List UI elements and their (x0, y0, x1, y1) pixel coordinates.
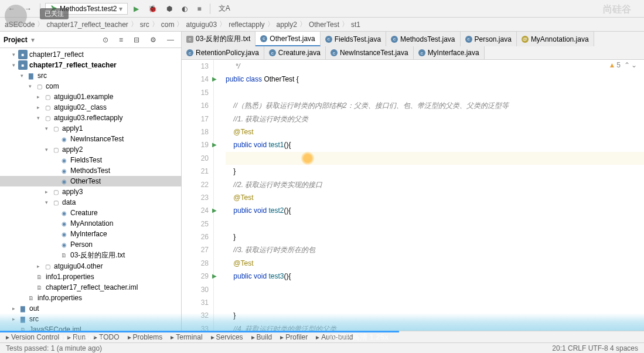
editor-tab[interactable]: c03-反射的应用.txt (182, 32, 255, 46)
tree-item[interactable]: ◉OtherTest (0, 176, 181, 186)
code-line[interactable] (226, 218, 644, 230)
tree-item[interactable]: ▸▢atguigu01.example (0, 91, 181, 102)
code-line[interactable]: } (226, 165, 644, 178)
line-gutter[interactable]: 1314▶1516171819▶2021222324▶2526272829▶30… (182, 60, 214, 331)
code-line[interactable]: @Test (226, 125, 644, 138)
tree-item[interactable]: 🗎info.properties (0, 293, 181, 303)
editor-tab[interactable]: cMyInterface.java (414, 46, 485, 59)
breadcrumb-segment[interactable]: com (161, 21, 175, 29)
code-line[interactable] (226, 152, 644, 165)
bottom-tool-run[interactable]: ▸Run (67, 333, 86, 341)
channel-logo[interactable] (5, 5, 27, 27)
tree-arrow-icon[interactable]: ▾ (11, 62, 16, 68)
bottom-tool-services[interactable]: ▸Services (211, 333, 243, 341)
tree-item[interactable]: ▾▢atguigu03.reflectapply (0, 113, 181, 123)
pip-play-widget[interactable] (594, 283, 635, 312)
editor-tab[interactable]: cFieldsTest.java (321, 32, 386, 46)
tree-item[interactable]: ▸▢apply3 (0, 186, 181, 197)
hide-icon[interactable]: — (163, 35, 178, 45)
editor-tab[interactable]: cCreature.java (264, 46, 326, 59)
tree-arrow-icon[interactable]: ▸ (35, 263, 41, 269)
code-line[interactable]: //（熟悉）获取运行时类的内部结构2：父类、接口们、包、带泛型的父类、父类的泛型… (226, 99, 644, 112)
code-line[interactable]: } (226, 230, 644, 243)
bottom-tool-terminal[interactable]: ▸Terminal (171, 333, 202, 341)
debug-button[interactable]: 🐞 (145, 4, 161, 14)
bottom-tool-build[interactable]: ▸Build (251, 333, 272, 341)
bottom-tool-problems[interactable]: ▸Problems (128, 333, 163, 341)
tree-arrow-icon[interactable]: ▸ (43, 189, 49, 195)
breadcrumb-segment[interactable]: st1 (351, 21, 360, 29)
code-line[interactable]: public void test1(){ (226, 138, 644, 151)
code-line[interactable]: //3. 获取运行时类所在的包 (226, 243, 644, 256)
translate-button[interactable]: 文A (215, 2, 234, 15)
tree-item[interactable]: ◉Person (0, 239, 181, 250)
bottom-tool-auto-build[interactable]: ▸Auto-build (316, 333, 353, 341)
gear-icon[interactable]: ⚙ (146, 35, 160, 45)
stop-button[interactable]: ■ (193, 4, 205, 14)
editor-tab[interactable]: cMethodsTest.java (386, 32, 460, 46)
expand-icon[interactable]: ≡ (115, 35, 127, 45)
breadcrumb-segment[interactable]: OtherTest (309, 21, 339, 29)
code-editor[interactable]: ▲ 5 ⌃ ⌄ 1314▶1516171819▶2021222324▶25262… (182, 60, 644, 331)
run-button[interactable]: ▶ (130, 4, 142, 14)
tree-arrow-icon[interactable]: ▾ (43, 125, 49, 131)
code-line[interactable]: } (226, 309, 644, 322)
tree-item[interactable]: ▾▢com (0, 81, 181, 91)
tree-item[interactable]: ▾■chapter17_reflect (0, 49, 181, 60)
tree-arrow-icon[interactable]: ▸ (11, 306, 16, 311)
profile-button[interactable]: ◐ (178, 4, 191, 14)
tree-arrow-icon[interactable]: ▾ (27, 83, 33, 89)
bottom-tool-todo[interactable]: ▸TODO (94, 333, 119, 341)
tree-item[interactable]: ◉MethodsTest (0, 165, 181, 176)
code-line[interactable] (226, 296, 644, 309)
select-opened-icon[interactable]: ⊙ (99, 35, 112, 45)
tree-item[interactable]: ▸▇src (0, 314, 181, 324)
code-line[interactable]: //2. 获取运行时类实现的接口 (226, 178, 644, 191)
collapse-icon[interactable]: ⊟ (130, 35, 143, 45)
bottom-tool-version-control[interactable]: ▸Version Control (6, 333, 59, 341)
breadcrumb-segment[interactable]: src (140, 21, 149, 29)
tree-item[interactable]: 🗎info1.properties (0, 271, 181, 282)
tree-item[interactable]: ◉FieldsTest (0, 155, 181, 165)
tree-arrow-icon[interactable]: ▾ (19, 73, 25, 79)
breadcrumb-segment[interactable]: atguigu03 (186, 21, 217, 29)
tree-item[interactable]: 🗎chapter17_reflect_teacher.iml (0, 282, 181, 293)
tree-arrow-icon[interactable]: ▾ (11, 52, 16, 57)
tree-item[interactable]: ▾▢data (0, 197, 181, 208)
breadcrumb-segment[interactable]: apply2 (277, 21, 297, 29)
editor-tab[interactable]: cPerson.java (461, 32, 517, 46)
tree-item[interactable]: ◉NewInstanceTest (0, 134, 181, 144)
editor-tab[interactable]: cNewInstanceTest.java (326, 46, 414, 59)
tree-arrow-icon[interactable]: ▸ (35, 104, 41, 110)
tree-item[interactable]: ◉MyAnnotation (0, 218, 181, 229)
code-line[interactable]: */ (226, 60, 644, 73)
breadcrumb-segment[interactable]: reflectapply (229, 21, 264, 29)
editor-tab[interactable]: cOtherTest.java (255, 32, 320, 46)
tree-item[interactable]: ◉Creature (0, 208, 181, 218)
follow-badge[interactable]: 已关注 (40, 8, 69, 19)
tree-item[interactable]: ▾▢apply1 (0, 123, 181, 134)
coverage-button[interactable]: ⬢ (163, 4, 176, 14)
tree-item[interactable]: ▸▢atguigu02._class (0, 102, 181, 113)
code-line[interactable]: @Test (226, 191, 644, 204)
video-progress[interactable] (0, 331, 399, 332)
code-line[interactable]: //1. 获取运行时类的父类 (226, 113, 644, 125)
tree-item[interactable]: ◉MyInterface (0, 229, 181, 239)
tree-arrow-icon[interactable]: ▸ (35, 94, 41, 100)
code-line[interactable]: public void test2(){ (226, 204, 644, 217)
code-line[interactable]: @Test (226, 257, 644, 270)
code-line[interactable]: public void test3(){ (226, 270, 644, 283)
code-line[interactable]: public class OtherTest { (226, 73, 644, 86)
tree-item[interactable]: ▾■chapter17_reflect_teacher (0, 60, 181, 70)
project-tool-header[interactable]: Project ▾ ⊙ ≡ ⊟ ⚙ — (0, 32, 181, 48)
editor-tab[interactable]: @MyAnnotation.java (517, 32, 594, 46)
breadcrumb-segment[interactable]: chapter17_reflect_teacher (46, 21, 128, 29)
tree-item[interactable]: ▸▢atguigu04.other (0, 261, 181, 271)
code-line[interactable] (226, 86, 644, 99)
code-line[interactable]: //4. 获取运行时类的带泛型的父类 (226, 323, 644, 331)
tree-item[interactable]: 🗎03-反射的应用.txt (0, 250, 181, 261)
code-line[interactable] (226, 283, 644, 296)
tree-arrow-icon[interactable]: ▾ (35, 115, 41, 121)
editor-tab[interactable]: cRetentionPolicy.java (182, 46, 264, 59)
bottom-tool-profiler[interactable]: ▸Profiler (280, 333, 308, 341)
